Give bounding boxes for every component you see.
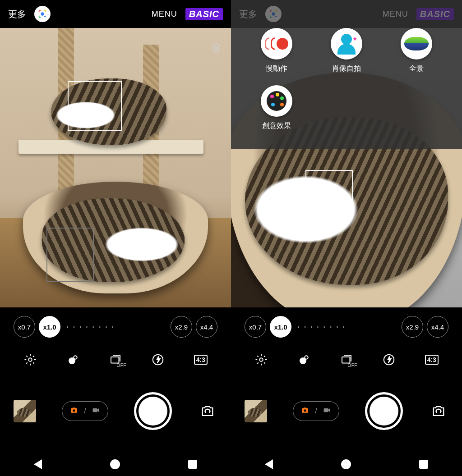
video-icon xyxy=(92,406,101,416)
svg-point-11 xyxy=(275,16,277,18)
viewfinder[interactable] xyxy=(0,28,231,307)
zoom-dots: • • • • • • • • xyxy=(295,325,349,330)
camera-icon xyxy=(69,406,79,416)
camera-screen-basic: 更多 MENU BASIC x0.7 x1.0 • • • • • • • • xyxy=(0,0,231,476)
svg-point-8 xyxy=(73,409,75,412)
nav-recent[interactable] xyxy=(188,460,197,469)
zoom-2-9[interactable]: x2.9 xyxy=(402,316,423,338)
android-nav-bar xyxy=(0,453,231,476)
tag-icon[interactable] xyxy=(210,41,223,56)
zoom-selector: x0.7 x1.0 • • • • • • • • x2.9 x4.4 xyxy=(231,307,462,346)
zoom-4-4[interactable]: x4.4 xyxy=(427,316,448,338)
gallery-thumbnail[interactable] xyxy=(14,400,36,422)
more-button[interactable]: 更多 xyxy=(239,8,257,20)
mode-label: 肖像自拍 xyxy=(332,64,361,73)
shutter-bar: / xyxy=(0,373,231,453)
mode-label: 創意效果 xyxy=(262,121,291,131)
focus-indicator-secondary xyxy=(46,228,94,282)
mode-creative-effect[interactable]: 創意效果 xyxy=(242,85,312,131)
shutter-bar: / xyxy=(231,373,462,453)
google-lens-button[interactable] xyxy=(34,6,51,22)
zoom-selector: x0.7 x1.0 • • • • • • • • x2.9 x4.4 xyxy=(0,307,231,346)
camera-preview xyxy=(0,28,231,307)
nav-home[interactable] xyxy=(341,459,351,469)
top-bar: 更多 MENU BASIC xyxy=(231,0,462,28)
drive-mode-icon[interactable]: OFF xyxy=(106,351,125,369)
svg-rect-19 xyxy=(323,408,328,412)
mode-badge-basic[interactable]: BASIC xyxy=(185,8,223,20)
shutter-button[interactable] xyxy=(134,392,172,430)
quick-settings: OFF 4:3 xyxy=(231,346,462,373)
switch-camera-button[interactable] xyxy=(198,401,217,421)
android-nav-bar xyxy=(231,453,462,476)
mode-slow-motion[interactable]: 慢動作 xyxy=(242,28,312,73)
svg-point-5 xyxy=(74,356,77,359)
switch-camera-button[interactable] xyxy=(429,401,448,421)
mode-label: 慢動作 xyxy=(266,64,287,73)
svg-rect-16 xyxy=(342,357,350,363)
nav-home[interactable] xyxy=(110,459,120,469)
zoom-1-0[interactable]: x1.0 xyxy=(270,316,291,338)
brightness-icon[interactable] xyxy=(252,351,270,369)
svg-point-2 xyxy=(215,47,217,50)
quick-settings: OFF 4:3 xyxy=(0,346,231,373)
flash-icon[interactable] xyxy=(380,351,398,369)
mode-label: 全景 xyxy=(409,64,424,73)
zoom-1-0[interactable]: x1.0 xyxy=(39,316,60,338)
aspect-ratio-label: 4:3 xyxy=(194,355,208,365)
drive-mode-off-label: OFF xyxy=(116,363,126,368)
more-button[interactable]: 更多 xyxy=(8,8,26,20)
google-lens-button[interactable] xyxy=(265,6,282,22)
nav-recent[interactable] xyxy=(419,460,428,469)
svg-point-1 xyxy=(44,16,46,18)
toggle-separator: / xyxy=(315,407,317,415)
zoom-0-7[interactable]: x0.7 xyxy=(245,316,266,338)
camera-screen-more-modes: 更多 MENU BASIC 慢動作 ✦ 肖像自拍 全景 xyxy=(231,0,462,476)
aspect-ratio-label: 4:3 xyxy=(425,355,439,365)
shutter-button[interactable] xyxy=(365,392,403,430)
mode-portrait-selfie[interactable]: ✦ 肖像自拍 xyxy=(312,28,382,73)
zoom-0-7[interactable]: x0.7 xyxy=(14,316,35,338)
nav-back[interactable] xyxy=(265,459,273,469)
drive-mode-off-label: OFF xyxy=(347,363,357,368)
svg-point-15 xyxy=(305,356,308,359)
menu-button[interactable]: MENU xyxy=(383,9,408,19)
menu-button[interactable]: MENU xyxy=(152,9,177,19)
svg-point-0 xyxy=(41,12,44,15)
toggle-separator: / xyxy=(84,407,86,415)
camera-icon xyxy=(300,406,310,416)
zoom-2-9[interactable]: x2.9 xyxy=(171,316,192,338)
mode-panorama[interactable]: 全景 xyxy=(381,28,451,73)
zoom-4-4[interactable]: x4.4 xyxy=(196,316,217,338)
video-icon xyxy=(323,406,332,416)
focus-indicator-primary xyxy=(305,170,353,217)
focus-indicator-primary xyxy=(68,81,122,131)
svg-rect-9 xyxy=(92,408,97,412)
photo-video-toggle[interactable]: / xyxy=(62,401,108,421)
zoom-dots: • • • • • • • • xyxy=(64,325,118,330)
svg-rect-6 xyxy=(111,357,119,363)
drive-mode-icon[interactable]: OFF xyxy=(337,351,356,369)
svg-point-3 xyxy=(28,358,32,362)
photo-video-toggle[interactable]: / xyxy=(293,401,339,421)
bokeh-icon[interactable] xyxy=(295,351,313,369)
gallery-thumbnail[interactable] xyxy=(245,400,267,422)
nav-back[interactable] xyxy=(34,459,42,469)
flash-icon[interactable] xyxy=(149,351,167,369)
svg-point-13 xyxy=(259,358,263,362)
aspect-ratio-button[interactable]: 4:3 xyxy=(423,351,441,369)
svg-point-10 xyxy=(272,12,275,15)
mode-badge-basic[interactable]: BASIC xyxy=(416,8,454,20)
top-bar: 更多 MENU BASIC xyxy=(0,0,231,28)
brightness-icon[interactable] xyxy=(21,351,39,369)
svg-point-18 xyxy=(304,409,306,412)
aspect-ratio-button[interactable]: 4:3 xyxy=(192,351,210,369)
bokeh-icon[interactable] xyxy=(64,351,82,369)
